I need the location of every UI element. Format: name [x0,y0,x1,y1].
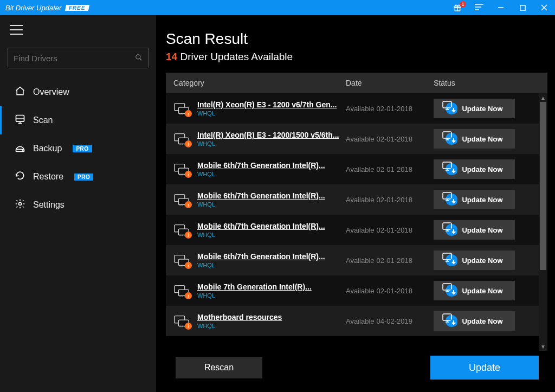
scrollbar[interactable]: ▲ ▼ [539,93,547,351]
scroll-up-arrow[interactable]: ▲ [539,93,547,102]
search-icon [135,54,143,63]
svg-rect-102 [443,314,451,320]
column-date: Date [346,79,434,87]
content-area: Scan Result 14 Driver Updates Available … [156,15,555,392]
subtitle-text: Driver Updates Available [180,51,293,62]
driver-name[interactable]: Motherboard resources [197,313,346,322]
driver-name[interactable]: Mobile 6th/7th Generation Intel(R)... [197,222,346,230]
update-now-button[interactable]: Update Now [434,220,515,240]
driver-name[interactable]: Mobile 7th Generation Intel(R)... [197,282,346,291]
sidebar-item-scan[interactable]: Scan [0,106,149,134]
driver-name[interactable]: Mobile 6th/7th Generation Intel(R)... [197,252,346,261]
titlebar: Bit Driver Updater FREE 1 [0,0,555,15]
driver-icon: i [173,254,190,267]
svg-rect-47 [443,162,451,169]
search-input-container[interactable] [8,48,149,68]
driver-icon: i [173,314,190,327]
driver-date: Available02-01-2018 [346,287,434,295]
update-now-label: Update Now [462,226,502,234]
table-row[interactable]: i Motherboard resources WHQL Available04… [166,306,539,336]
driver-name[interactable]: Mobile 6th/7th Generation Intel(R)... [197,161,346,170]
update-now-button[interactable]: Update Now [434,190,515,209]
maximize-button[interactable] [512,0,533,15]
update-now-button[interactable]: Update Now [434,250,515,270]
table-row[interactable]: i Mobile 6th/7th Generation Intel(R)... … [166,154,539,184]
update-now-button[interactable]: Update Now [434,129,515,149]
home-icon [15,86,25,99]
svg-line-11 [140,58,142,60]
table-row[interactable]: i Intel(R) Xeon(R) E3 - 1200 v6/7th Gen.… [166,93,539,124]
update-now-button[interactable]: Update Now [434,281,515,300]
driver-icon: i [173,223,190,236]
table-row[interactable]: i Mobile 6th/7th Generation Intel(R)... … [166,184,539,215]
table-header: Category Date Status [166,73,547,93]
table-row[interactable]: i Mobile 6th/7th Generation Intel(R)... … [166,215,539,245]
warning-badge: i [185,171,192,178]
update-now-label: Update Now [462,165,502,173]
driver-date: Available02-01-2018 [346,226,434,234]
whql-label: WHQL [197,171,346,177]
gift-icon[interactable]: 1 [447,0,468,15]
close-button[interactable] [533,0,555,15]
download-icon [446,163,457,175]
free-badge: FREE [65,5,89,11]
page-title: Scan Result [166,30,547,48]
driver-name[interactable]: Mobile 6th/7th Generation Intel(R)... [197,191,346,200]
table-row[interactable]: i Intel(R) Xeon(R) E3 - 1200/1500 v5/6th… [166,124,539,154]
update-button[interactable]: Update [430,356,539,380]
pro-badge: PRO [74,173,93,181]
download-icon [446,285,457,297]
backup-icon [15,142,25,156]
svg-rect-58 [443,192,451,199]
sidebar-item-backup[interactable]: Backup PRO [0,134,149,163]
svg-rect-25 [443,101,451,108]
sidebar-item-label: Backup [33,144,62,153]
whql-label: WHQL [197,292,346,299]
menu-icon[interactable] [468,0,490,15]
driver-icon: i [173,102,190,115]
download-icon [446,133,457,145]
table-body: i Intel(R) Xeon(R) E3 - 1200 v6/7th Gen.… [166,93,539,351]
driver-date: Available02-01-2018 [346,256,434,265]
driver-name[interactable]: Intel(R) Xeon(R) E3 - 1200/1500 v5/6th..… [197,131,346,139]
download-icon [446,224,457,236]
download-icon [446,254,457,266]
column-status: Status [434,79,540,87]
scroll-down-arrow[interactable]: ▼ [539,342,547,351]
svg-rect-36 [443,132,451,138]
subtitle: 14 Driver Updates Available [166,51,547,63]
whql-label: WHQL [197,201,346,208]
driver-name[interactable]: Intel(R) Xeon(R) E3 - 1200 v6/7th Gen... [197,100,346,109]
update-now-label: Update Now [462,135,502,143]
sidebar-item-settings[interactable]: Settings [0,191,149,219]
warning-badge: i [185,323,192,330]
update-now-label: Update Now [462,256,502,265]
driver-date: Available04-02-2019 [346,317,434,325]
update-now-button[interactable]: Update Now [434,159,515,179]
whql-label: WHQL [197,232,346,238]
update-now-label: Update Now [462,196,502,204]
driver-date: Available02-01-2018 [346,105,434,113]
update-count: 14 [166,51,177,62]
restore-icon [15,170,25,184]
search-input[interactable] [14,54,135,63]
table-row[interactable]: i Mobile 6th/7th Generation Intel(R)... … [166,245,539,275]
svg-rect-80 [443,253,451,260]
update-now-button[interactable]: Update Now [434,99,515,118]
warning-badge: i [185,140,192,147]
sidebar-item-restore[interactable]: Restore PRO [0,163,149,191]
hamburger-icon[interactable] [10,25,23,35]
scroll-thumb[interactable] [540,102,546,270]
whql-label: WHQL [197,323,346,329]
rescan-button[interactable]: Rescan [176,357,262,378]
driver-date: Available02-01-2018 [346,135,434,143]
driver-icon: i [173,284,190,297]
table-row[interactable]: i Mobile 7th Generation Intel(R)... WHQL… [166,275,539,306]
footer: Rescan Update [166,351,547,392]
sidebar-item-label: Overview [33,87,69,97]
svg-point-17 [23,150,23,150]
sidebar-item-overview[interactable]: Overview [0,78,149,106]
minimize-button[interactable] [490,0,512,15]
update-now-button[interactable]: Update Now [434,311,515,331]
column-category: Category [173,79,346,87]
